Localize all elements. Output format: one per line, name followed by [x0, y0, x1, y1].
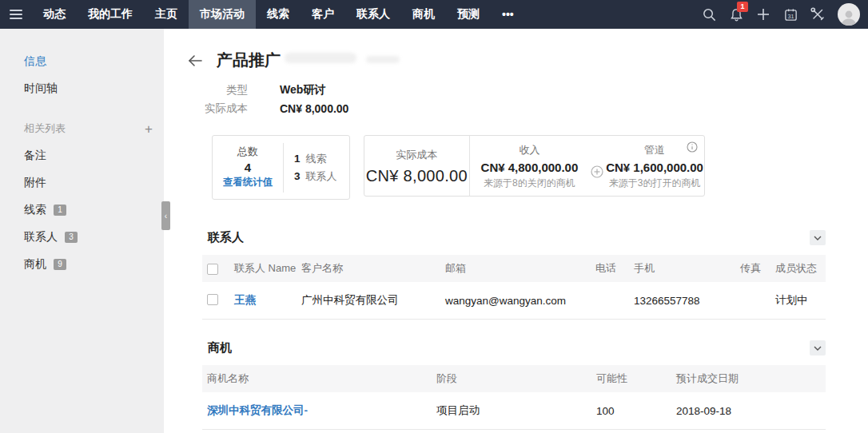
nav-tab-activities[interactable]: 动态 — [32, 0, 77, 29]
related-list-title: 相关列表 — [24, 121, 66, 136]
metric-label: 实际成本 — [364, 148, 469, 162]
field-actual-cost: 实际成本 CN¥ 8,000.00 — [164, 99, 868, 117]
setup-tools-icon[interactable] — [804, 0, 831, 29]
page-title: 产品推广 — [217, 50, 281, 71]
contacts-section: 联系人 联系人 Name 客户名称 邮箱 电话 手机 传真 成员状态 — [202, 230, 826, 320]
contacts-collapse-chevron-icon[interactable] — [810, 230, 826, 245]
notifications-bell-icon[interactable]: 1 — [723, 0, 750, 29]
add-related-list-button[interactable]: + — [145, 122, 153, 136]
back-arrow-icon[interactable] — [186, 52, 204, 70]
opportunities-section: 商机 商机名称 阶段 可能性 预计成交日期 深圳中科贸有限公司- 项目启 — [202, 340, 826, 430]
contact-email: wangyan@wangyan.com — [440, 282, 591, 320]
search-icon[interactable] — [695, 0, 723, 29]
sidebar-collapse-handle[interactable]: ‹ — [161, 201, 170, 230]
nav-tab-contacts[interactable]: 联系人 — [345, 0, 401, 29]
svg-text:31: 31 — [787, 13, 794, 19]
record-header: 产品推广 — [164, 29, 868, 71]
navbar-actions: 1 31 — [695, 0, 868, 29]
sidebar-item-timeline[interactable]: 时间轴 — [0, 75, 164, 102]
summary-total: 总数 4 查看统计值 — [213, 143, 284, 193]
count-value: 1 — [294, 153, 301, 165]
hamburger-menu-icon[interactable] — [0, 0, 32, 29]
deal-stage: 项目启动 — [432, 392, 591, 430]
column-header-contact-name: 联系人 Name — [229, 255, 297, 282]
contacts-table: 联系人 Name 客户名称 邮箱 电话 手机 传真 成员状态 王燕 广州中科贸有… — [202, 255, 826, 320]
leads-count: 1线索 — [294, 152, 349, 166]
nav-tab-forecasts[interactable]: 预测 — [446, 0, 491, 29]
metric-value: CN¥ 4,800,000.00 — [470, 161, 589, 174]
opportunities-header-row: 商机名称 阶段 可能性 预计成交日期 — [202, 365, 826, 392]
contacts-header-row: 联系人 Name 客户名称 邮箱 电话 手机 传真 成员状态 — [202, 255, 826, 282]
column-header-closing-date: 预计成交日期 — [671, 365, 826, 392]
row-checkbox[interactable] — [207, 294, 218, 305]
top-navbar: 动态 我的工作 主页 市场活动 线索 客户 联系人 商机 预测 ••• 1 — [0, 0, 868, 29]
metric-revenue: 收入 CN¥ 4,800,000.00 来源于8的关闭的商机 — [470, 141, 589, 190]
contact-account: 广州中科贸有限公司 — [297, 282, 440, 320]
calendar-icon[interactable]: 31 — [777, 0, 804, 29]
contact-phone — [591, 282, 629, 320]
main-content: 产品推广 类型 Web研讨 实际成本 CN¥ 8,000.00 总数 4 查看统… — [164, 29, 868, 433]
stats-row: 总数 4 查看统计值 1线索 3联系人 实际成本 CN¥ 8,000.00 收入… — [212, 135, 868, 200]
detail-fields: 类型 Web研讨 实际成本 CN¥ 8,000.00 — [164, 81, 868, 117]
metrics-stat-card: 实际成本 CN¥ 8,000.00 收入 CN¥ 4,800,000.00 来源… — [364, 135, 705, 197]
metric-caption: 来源于3的打开的商机 — [605, 177, 704, 190]
count-label: 联系人 — [306, 170, 337, 182]
nav-tab-more[interactable]: ••• — [491, 0, 525, 29]
contacts-section-title: 联系人 — [202, 230, 244, 245]
nav-tab-deals[interactable]: 商机 — [401, 0, 446, 29]
nav-tab-leads[interactable]: 线索 — [256, 0, 301, 29]
sidebar-item-notes[interactable]: 备注 — [0, 142, 164, 169]
add-metric-icon[interactable] — [591, 165, 603, 178]
info-icon[interactable] — [687, 141, 698, 156]
sidebar-item-contacts[interactable]: 联系人 3 — [0, 224, 164, 251]
nav-tab-accounts[interactable]: 客户 — [301, 0, 345, 29]
sidebar-item-attachments[interactable]: 附件 — [0, 169, 164, 197]
contact-member-status: 计划中 — [770, 282, 826, 320]
contact-name-link[interactable]: 王燕 — [229, 282, 297, 320]
sidebar-item-label: 信息 — [24, 54, 46, 69]
total-value: 4 — [213, 161, 283, 174]
view-stats-link[interactable]: 查看统计值 — [213, 176, 283, 189]
column-header-mobile: 手机 — [629, 255, 735, 282]
leads-count-badge: 1 — [54, 205, 66, 216]
redacted-blur — [366, 56, 400, 63]
quick-create-plus-icon[interactable] — [750, 0, 777, 29]
field-value: Web研讨 — [280, 83, 325, 97]
opportunities-collapse-chevron-icon[interactable] — [810, 340, 826, 356]
field-type: 类型 Web研讨 — [164, 81, 868, 99]
metric-actual-cost: 实际成本 CN¥ 8,000.00 — [364, 135, 470, 197]
deal-probability: 100 — [591, 392, 671, 430]
nav-tab-home[interactable]: 主页 — [144, 0, 189, 29]
contact-fax — [735, 282, 770, 320]
column-header-deal-name: 商机名称 — [202, 365, 432, 392]
summary-counts: 1线索 3联系人 — [284, 149, 349, 187]
contacts-count-badge: 3 — [65, 232, 78, 243]
deals-count-badge: 9 — [54, 259, 66, 270]
sidebar-item-label: 备注 — [24, 149, 46, 163]
sidebar-item-label: 联系人 — [24, 230, 58, 244]
primary-nav: 动态 我的工作 主页 市场活动 线索 客户 联系人 商机 预测 ••• — [32, 0, 525, 29]
column-header-fax: 传真 — [735, 255, 770, 282]
sidebar-item-leads[interactable]: 线索 1 — [0, 197, 164, 224]
sidebar-item-label: 商机 — [24, 257, 46, 272]
table-row: 王燕 广州中科贸有限公司 wangyan@wangyan.com 1326655… — [202, 282, 826, 320]
total-label: 总数 — [213, 145, 283, 159]
column-header-account: 客户名称 — [297, 255, 440, 282]
sidebar-item-label: 附件 — [24, 176, 46, 190]
user-avatar[interactable] — [838, 3, 860, 26]
select-all-checkbox[interactable] — [207, 264, 218, 275]
deal-name-link[interactable]: 深圳中科贸有限公司- — [202, 392, 432, 430]
opportunities-section-title: 商机 — [202, 340, 232, 356]
nav-tab-my-jobs[interactable]: 我的工作 — [77, 0, 144, 29]
column-header-member-status: 成员状态 — [770, 255, 826, 282]
field-label: 类型 — [164, 83, 248, 97]
sidebar-item-info[interactable]: 信息 — [0, 48, 164, 75]
metric-caption: 来源于8的关闭的商机 — [470, 177, 589, 190]
notification-count-badge: 1 — [737, 2, 748, 12]
summary-stat-card: 总数 4 查看统计值 1线索 3联系人 — [212, 135, 350, 200]
count-value: 3 — [294, 170, 301, 182]
column-header-email: 邮箱 — [440, 255, 591, 282]
nav-tab-campaigns[interactable]: 市场活动 — [189, 0, 256, 29]
sidebar-item-deals[interactable]: 商机 9 — [0, 251, 164, 278]
field-value: CN¥ 8,000.00 — [280, 102, 348, 115]
